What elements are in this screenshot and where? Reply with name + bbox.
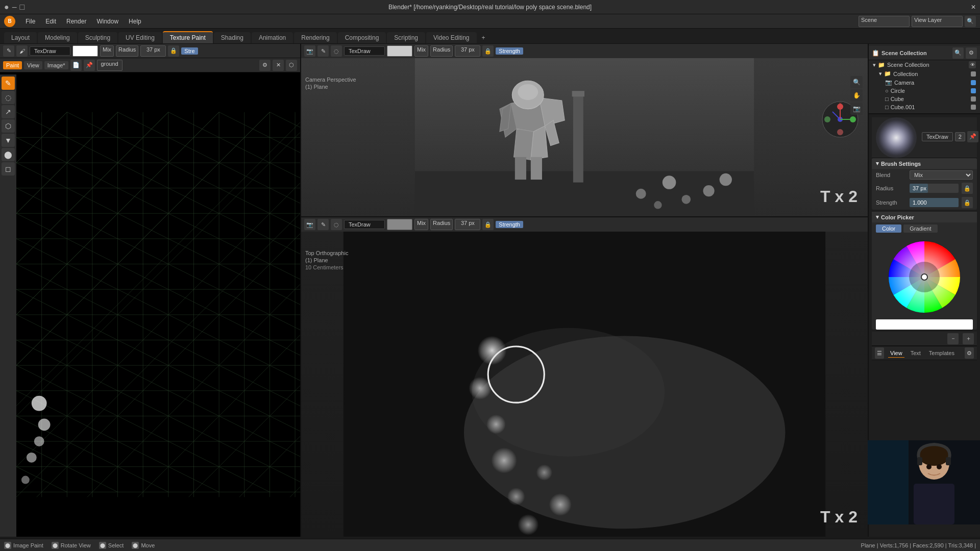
tab-video-editing[interactable]: Video Editing (426, 32, 477, 43)
maximize-btn[interactable]: □ (20, 3, 25, 12)
soften-tool[interactable]: ◌ (2, 91, 15, 104)
outliner-settings-icon[interactable]: ⚙ (966, 47, 977, 59)
color-input-bot[interactable] (387, 219, 412, 230)
collection-item[interactable]: ▾ 📁 Collection (869, 69, 980, 78)
brush-icon-bot[interactable]: ✎ (317, 219, 329, 230)
view-layer-select[interactable]: View Layer (912, 16, 963, 27)
pan-icon[interactable]: ✋ (850, 89, 863, 102)
tab-modeling[interactable]: Modeling (38, 32, 77, 43)
color-tab-gradient[interactable]: Gradient (903, 224, 937, 233)
blend-prop-select[interactable]: Mix (910, 170, 973, 180)
menu-render[interactable]: Render (62, 17, 90, 26)
color-tab-color[interactable]: Color (876, 224, 901, 233)
clone-tool[interactable]: ⬡ (2, 119, 15, 133)
smear-tool[interactable]: ↗ (2, 105, 15, 118)
titlebar-controls[interactable]: ● – □ (4, 3, 24, 12)
draw-tool[interactable]: ✎ (2, 77, 15, 90)
close-btn[interactable]: ✕ (971, 4, 976, 11)
color-input-left[interactable] (72, 45, 98, 57)
templates-tab[interactable]: Templates (927, 349, 957, 357)
tab-layout[interactable]: Layout (4, 32, 37, 43)
expand-icon[interactable]: ⬡ (286, 60, 297, 71)
radius-val-bot[interactable]: 37 px (455, 219, 480, 230)
search-btn[interactable]: 🔍 (965, 16, 976, 27)
color-input-strip[interactable] (876, 319, 973, 330)
fill-tool[interactable]: ▼ (2, 134, 15, 147)
scene-select[interactable]: Scene (859, 16, 910, 27)
tab-compositing[interactable]: Compositing (338, 32, 386, 43)
radius-label-bot[interactable]: Radius (430, 219, 453, 230)
camera-viewport[interactable]: 📷 ✎ ◌ TexDraw Mix Radius 37 px 🔒 Strengt… (301, 44, 868, 217)
cube-item[interactable]: □ Cube (869, 95, 980, 103)
radius-lock-icon[interactable]: 🔒 (962, 183, 973, 194)
transform-tool[interactable]: ◻ (2, 162, 15, 176)
menu-edit[interactable]: Edit (41, 17, 60, 26)
circle-item[interactable]: ○ Circle (869, 87, 980, 95)
blend-bot[interactable]: Mix (414, 219, 428, 230)
scene-collection-item[interactable]: ▾ 📁 Scene Collection 👁 (869, 60, 980, 69)
paint-mode-btn[interactable]: Paint (3, 61, 22, 69)
brush-icon-mid[interactable]: ✎ (317, 45, 329, 57)
color-wheel-container[interactable] (872, 235, 977, 319)
radius-value-left[interactable]: 37 px (140, 45, 166, 57)
brush-type-bot[interactable]: ◌ (331, 219, 342, 230)
camera-item[interactable]: 📷 Camera (869, 78, 980, 87)
outliner-filter-icon[interactable]: 🔍 (952, 47, 964, 59)
view-mode-btn[interactable]: View (24, 61, 42, 69)
add-workspace-btn[interactable]: + (478, 32, 489, 43)
tab-animation[interactable]: Animation (252, 32, 293, 43)
tab-shading[interactable]: Shading (214, 32, 251, 43)
radius-label-mid[interactable]: Radius (430, 45, 453, 57)
bot-viewport-content[interactable]: Top Orthographic (1) Plane 10 Centimeter… (301, 232, 868, 537)
tab-sculpting[interactable]: Sculpting (78, 32, 117, 43)
lock-mid[interactable]: 🔒 (482, 45, 494, 57)
mask-tool[interactable]: ⬤ (2, 148, 15, 161)
menu-file[interactable]: File (21, 17, 39, 26)
lock-bot[interactable]: 🔒 (482, 219, 494, 230)
brush-name-left[interactable]: TexDraw (30, 46, 70, 56)
props-settings-icon[interactable]: ⚙ (965, 347, 974, 359)
tab-rendering[interactable]: Rendering (294, 32, 336, 43)
titlebar-right-controls[interactable]: ✕ (971, 4, 976, 11)
menu-help[interactable]: Help (125, 17, 145, 26)
blend-mid[interactable]: Mix (414, 45, 428, 57)
paint-mode-icon[interactable]: 🖌 (16, 45, 28, 57)
hide-btn[interactable]: 👁 (969, 61, 976, 68)
viewport-icon-bot[interactable]: 📷 (304, 219, 315, 230)
image-type-icon[interactable]: 📄 (70, 60, 82, 71)
zoom-icon[interactable]: 🔍 (850, 76, 863, 88)
color-picker-header[interactable]: ▾ Color Picker (872, 212, 977, 222)
brush-settings-header[interactable]: ▾ Brush Settings (872, 158, 977, 169)
props-icon-list[interactable]: ☰ (875, 347, 884, 359)
wireframe-viewport[interactable] (16, 72, 300, 537)
brush-icon-left[interactable]: ✎ (3, 45, 14, 57)
image-mode-btn[interactable]: Image* (44, 61, 68, 69)
radius-select-left[interactable]: Radius (116, 45, 138, 57)
brush-name-bot[interactable]: TexDraw (344, 220, 385, 229)
radius-prop-bar[interactable]: 37 px (910, 184, 959, 193)
close-panel-icon[interactable]: ✕ (273, 60, 284, 71)
minimize-btn[interactable]: – (12, 3, 17, 12)
texdraw-badge[interactable]: TexDraw (922, 132, 953, 141)
zoom-in-icon[interactable]: ＋ (963, 333, 974, 344)
view-tab[interactable]: View (888, 349, 904, 358)
pin-icon[interactable]: 📌 (84, 60, 95, 71)
blend-select-left[interactable]: Mix (100, 45, 114, 57)
text-tab[interactable]: Text (909, 349, 923, 357)
strength-lock-icon[interactable]: 🔒 (962, 197, 973, 208)
top-orthographic-viewport[interactable]: 📷 ✎ ◌ TexDraw Mix Radius 37 px 🔒 Strengt… (301, 217, 868, 537)
color-input-mid[interactable] (387, 45, 412, 57)
tab-uv-editing[interactable]: UV Editing (118, 32, 162, 43)
viewport-cam-icon[interactable]: 📷 (304, 45, 315, 57)
brush-settings-pin[interactable]: 📌 (967, 131, 978, 142)
cube001-item[interactable]: □ Cube.001 (869, 103, 980, 111)
strength-prop-bar[interactable]: 1.000 (910, 198, 959, 207)
camera-nav-icon[interactable]: 📷 (850, 103, 863, 115)
nav-buttons[interactable]: 🔍 ✋ 📷 (850, 76, 863, 115)
brush-name-mid[interactable]: TexDraw (344, 46, 385, 56)
radius-val-mid[interactable]: 37 px (455, 45, 480, 57)
mid-viewport-content[interactable]: Camera Perspective (1) Plane (301, 58, 868, 216)
tab-scripting[interactable]: Scripting (387, 32, 425, 43)
lock-radius-icon[interactable]: 🔒 (168, 45, 179, 57)
tab-texture-paint[interactable]: Texture Paint (163, 31, 213, 43)
